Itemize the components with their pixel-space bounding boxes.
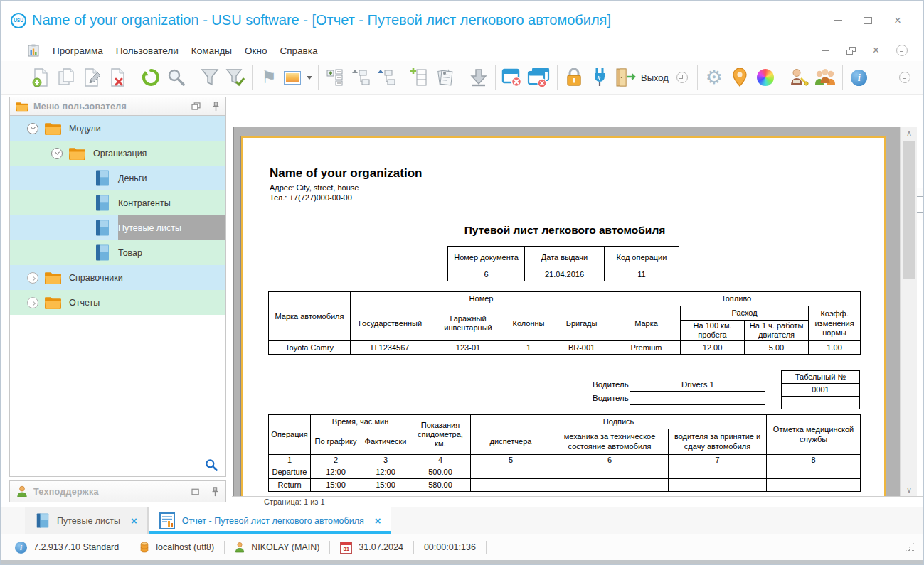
tree-search-icon[interactable] — [204, 458, 218, 472]
driver-value-2 — [630, 394, 765, 405]
menu-komandy[interactable]: Команды — [185, 43, 238, 59]
tab-close-icon[interactable]: × — [375, 515, 381, 527]
plug-button[interactable] — [587, 64, 612, 91]
book-icon — [94, 193, 111, 212]
ops-header: диспетчера — [471, 429, 551, 455]
vehicle-header: На 100 км. пробега — [681, 321, 745, 341]
tree-item-tovar[interactable]: Товар — [10, 240, 225, 265]
toolbar-overflow-chevron-icon[interactable] — [899, 72, 910, 83]
ops-header: Отметка медицинской службы — [767, 415, 861, 455]
close-window-button[interactable] — [499, 64, 525, 91]
doc-org-name: Name of your organization — [270, 166, 422, 181]
report-page: Name of your organization Адрес: City, s… — [241, 136, 886, 496]
filter-apply-button[interactable] — [223, 64, 248, 91]
vehicle-cell: BR-001 — [551, 341, 612, 355]
tree-item-putevye-listy[interactable]: Путевые листы — [10, 215, 225, 240]
document-tab-bar: Путевые листы × Отчет - Путевой лист лег… — [1, 507, 923, 534]
pin-panel-icon[interactable] — [211, 487, 219, 497]
copy-record-button[interactable] — [53, 64, 79, 91]
mdi-close-button[interactable]: × — [873, 44, 879, 57]
pin-panel-icon[interactable] — [212, 102, 220, 112]
mdi-restore-button[interactable] — [846, 47, 856, 55]
documents-stack-button[interactable] — [432, 64, 458, 91]
settings-button[interactable]: ⚙ — [701, 64, 727, 91]
collapse-node-icon[interactable] — [27, 123, 38, 134]
menu-programma[interactable]: Программа — [46, 43, 110, 59]
support-panel-header[interactable]: Техподдержка — [9, 480, 226, 502]
menu-polzovateli[interactable]: Пользователи — [110, 43, 185, 59]
info-button[interactable]: i — [846, 64, 872, 91]
menu-spravka[interactable]: Справка — [273, 43, 324, 59]
float-panel-icon[interactable] — [191, 102, 201, 110]
users-group-button[interactable] — [812, 64, 839, 91]
tree-item-label: Организация — [93, 149, 147, 158]
user-icon — [235, 542, 245, 553]
ops-colnum: 6 — [551, 455, 669, 466]
support-person-icon — [16, 485, 28, 497]
ops-header: Показания спидометра, км. — [410, 415, 471, 455]
scroll-up-icon[interactable]: ∧ — [901, 127, 918, 139]
tree-item-kontragenty[interactable]: Контрагенты — [10, 190, 225, 215]
doc-org-phone: Тел.: +7(727)000-00-00 — [270, 193, 352, 202]
close-all-windows-button[interactable] — [525, 64, 553, 91]
expand-tree-button[interactable] — [373, 64, 399, 91]
location-button[interactable] — [727, 64, 753, 91]
search-button[interactable] — [164, 64, 189, 91]
collapse-node-icon[interactable] — [51, 148, 63, 159]
preview-vertical-scrollbar[interactable]: ∧ ∨ — [900, 127, 917, 496]
print-preview-canvas[interactable]: Name of your organization Адрес: City, s… — [233, 127, 900, 496]
mdi-minimize-button[interactable] — [822, 50, 829, 51]
tab-putevye-listy[interactable]: Путевые листы × — [25, 507, 148, 534]
close-button[interactable]: × — [892, 16, 903, 26]
app-window: USU Name of your organization - USU soft… — [0, 0, 924, 565]
filter-button[interactable] — [197, 64, 223, 91]
minimize-button[interactable] — [832, 16, 844, 26]
delete-record-button[interactable] — [105, 64, 130, 91]
resize-grip[interactable] — [905, 542, 915, 552]
image-picker-button[interactable] — [282, 64, 314, 91]
add-field-button[interactable] — [407, 64, 432, 91]
tab-close-icon[interactable]: × — [131, 515, 137, 527]
expand-levels-button[interactable] — [322, 64, 348, 91]
menu-bar: Программа Пользователи Команды Окно Спра… — [1, 40, 923, 61]
ops-header: Подпись — [471, 415, 767, 429]
menu-okno[interactable]: Окно — [238, 43, 273, 59]
tree-item-dengi[interactable]: Деньги — [10, 166, 225, 190]
tree-item-otchety[interactable]: Отчеты — [10, 290, 225, 315]
maximize-button[interactable] — [862, 16, 873, 26]
toolbar-grip[interactable] — [21, 43, 23, 58]
colors-button[interactable] — [753, 64, 778, 91]
download-button[interactable] — [466, 64, 492, 91]
refresh-button[interactable] — [138, 64, 164, 91]
tree-item-organizaciya[interactable]: Организация — [10, 141, 225, 166]
new-record-button[interactable] — [28, 64, 53, 91]
edit-record-button[interactable] — [79, 64, 105, 91]
tree-item-spravochniki[interactable]: Справочники — [10, 265, 225, 290]
title-bar: USU Name of your organization - USU soft… — [1, 1, 923, 40]
usu-logo-icon: USU — [11, 13, 26, 28]
menubar-overflow-chevron-icon[interactable] — [896, 45, 908, 56]
exit-button[interactable]: Выход — [612, 64, 671, 91]
main-toolbar: ⚑ — [1, 61, 923, 95]
folder-icon — [44, 121, 62, 136]
restore-panel-icon[interactable] — [191, 488, 200, 495]
user-menu-tree: Модули Организация Деньги Контрагенты — [9, 116, 226, 477]
panel-title: Меню пользователя — [33, 102, 127, 112]
ops-cell: 15:00 — [311, 479, 361, 492]
user-permissions-button[interactable] — [786, 64, 812, 91]
tab-report-putevoy-list[interactable]: Отчет - Путевой лист легкового автомобил… — [148, 507, 392, 534]
toolbar-grip[interactable] — [21, 70, 23, 85]
color-wheel-icon — [757, 69, 774, 86]
expand-node-icon[interactable] — [27, 297, 38, 308]
toolbar-overflow-chevron-icon[interactable] — [676, 72, 688, 83]
scrollbar-thumb[interactable] — [903, 141, 915, 279]
expand-node-icon[interactable] — [27, 272, 38, 284]
ops-colnum: 7 — [669, 455, 767, 466]
flag-button[interactable]: ⚑ — [256, 64, 282, 91]
vehicle-cell: 5.00 — [745, 341, 809, 355]
lock-button[interactable] — [561, 64, 587, 91]
tree-item-moduli[interactable]: Модули — [10, 116, 225, 141]
collapse-tree-button[interactable] — [348, 64, 373, 91]
user-menu-panel-header: Меню пользователя — [9, 97, 226, 116]
scroll-down-icon[interactable]: ∨ — [901, 483, 918, 496]
